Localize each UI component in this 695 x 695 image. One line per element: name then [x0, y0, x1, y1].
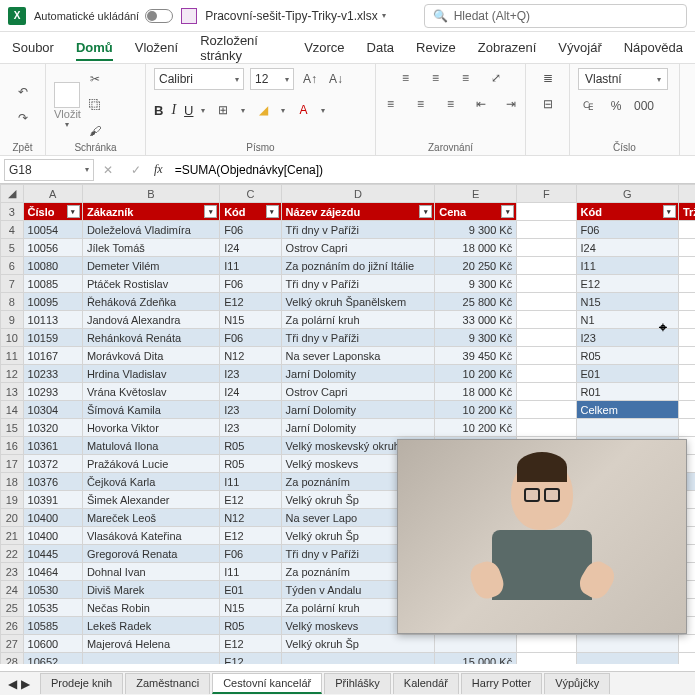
row-header[interactable]: 9 — [1, 311, 24, 329]
cell[interactable]: 9 300 Kč — [435, 275, 517, 293]
cell[interactable] — [678, 653, 695, 665]
cell[interactable]: Ostrov Capri — [281, 239, 435, 257]
redo-icon[interactable]: ↷ — [13, 108, 33, 128]
cell[interactable] — [517, 635, 576, 653]
cell[interactable]: E01 — [220, 581, 281, 599]
cell[interactable]: 10095 — [23, 293, 82, 311]
cell[interactable]: Vrána Květoslav — [82, 383, 219, 401]
cell[interactable] — [678, 293, 695, 311]
cell[interactable]: 10159 — [23, 329, 82, 347]
row-header[interactable]: 16 — [1, 437, 24, 455]
tab-vyvojar[interactable]: Vývojář — [558, 40, 601, 55]
row-header[interactable]: 6 — [1, 257, 24, 275]
cell[interactable]: Šímová Kamila — [82, 401, 219, 419]
merge-icon[interactable]: ⊟ — [538, 94, 558, 114]
cell[interactable]: E12 — [220, 653, 281, 665]
cut-icon[interactable]: ✂ — [85, 69, 105, 89]
indent-inc-icon[interactable]: ⇥ — [501, 94, 521, 114]
cell[interactable] — [517, 275, 576, 293]
select-all[interactable]: ◢ — [1, 185, 24, 203]
row-header[interactable]: 19 — [1, 491, 24, 509]
row-header[interactable]: 25 — [1, 599, 24, 617]
cell[interactable]: F06 — [220, 545, 281, 563]
row-header[interactable]: 27 — [1, 635, 24, 653]
sheet-next-icon[interactable]: ▶ — [21, 677, 30, 691]
cell[interactable]: I11 — [220, 473, 281, 491]
col-E[interactable]: E — [435, 185, 517, 203]
col-B[interactable]: B — [82, 185, 219, 203]
format-painter-icon[interactable]: 🖌 — [85, 121, 105, 141]
row-header[interactable]: 10 — [1, 329, 24, 347]
row-header[interactable]: 14 — [1, 401, 24, 419]
cell[interactable]: Dohnal Ivan — [82, 563, 219, 581]
fill-color-icon[interactable]: ◢ — [253, 100, 273, 120]
cell[interactable] — [678, 221, 695, 239]
cell[interactable]: 20 250 Kč — [435, 257, 517, 275]
cell[interactable]: N15 — [220, 311, 281, 329]
cell[interactable]: 9 300 Kč — [435, 221, 517, 239]
cell[interactable]: 10304 — [23, 401, 82, 419]
sheet-tab[interactable]: Cestovní kancelář — [212, 673, 322, 694]
cell[interactable]: Rehánková Renáta — [82, 329, 219, 347]
cell[interactable] — [517, 239, 576, 257]
cell[interactable]: Řeháková Zdeňka — [82, 293, 219, 311]
cell[interactable]: 10054 — [23, 221, 82, 239]
cell[interactable]: F06 — [576, 221, 678, 239]
cell[interactable]: N1 — [576, 311, 678, 329]
align-left-icon[interactable]: ≡ — [381, 94, 401, 114]
cell[interactable]: 10056 — [23, 239, 82, 257]
font-family-select[interactable]: Calibri▾ — [154, 68, 244, 90]
cell[interactable]: I24 — [220, 239, 281, 257]
cell[interactable]: E12 — [576, 275, 678, 293]
cell[interactable]: I23 — [220, 365, 281, 383]
sheet-tab[interactable]: Kalendář — [393, 673, 459, 694]
cell[interactable]: Čejková Karla — [82, 473, 219, 491]
cell[interactable]: Za polární kruh — [281, 311, 435, 329]
cell[interactable] — [517, 365, 576, 383]
col-G[interactable]: G — [576, 185, 678, 203]
indent-dec-icon[interactable]: ⇤ — [471, 94, 491, 114]
align-bottom-icon[interactable]: ≡ — [456, 68, 476, 88]
increase-font-icon[interactable]: A↑ — [300, 69, 320, 89]
cell[interactable] — [678, 365, 695, 383]
cell[interactable]: Ptáček Rostislav — [82, 275, 219, 293]
tab-vzorce[interactable]: Vzorce — [304, 40, 344, 55]
row-3[interactable]: 3 — [1, 203, 24, 221]
cell[interactable]: F06 — [220, 329, 281, 347]
cell[interactable] — [678, 383, 695, 401]
row-header[interactable]: 7 — [1, 275, 24, 293]
workbook-name[interactable]: Pracovní-sešit-Tipy-Triky-v1.xlsx ▾ — [205, 9, 385, 23]
cell[interactable]: 10530 — [23, 581, 82, 599]
cell[interactable]: Jarní Dolomity — [281, 365, 435, 383]
row-header[interactable]: 18 — [1, 473, 24, 491]
cell[interactable]: 10 200 Kč — [435, 365, 517, 383]
sheet-tab[interactable]: Zaměstnanci — [125, 673, 210, 694]
underline-button[interactable]: U — [184, 103, 193, 118]
cell[interactable]: Tři dny v Paříži — [281, 329, 435, 347]
borders-icon[interactable]: ⊞ — [213, 100, 233, 120]
cell[interactable]: N15 — [576, 293, 678, 311]
cell[interactable]: 10464 — [23, 563, 82, 581]
row-header[interactable]: 24 — [1, 581, 24, 599]
cell[interactable]: I23 — [220, 419, 281, 437]
cell[interactable] — [517, 293, 576, 311]
font-size-select[interactable]: 12▾ — [250, 68, 294, 90]
italic-button[interactable]: I — [171, 102, 176, 118]
cell[interactable]: E01 — [576, 365, 678, 383]
tab-soubor[interactable]: Soubor — [12, 40, 54, 55]
cell[interactable]: 10 200 Kč — [435, 401, 517, 419]
cell[interactable] — [678, 419, 695, 437]
cell[interactable]: 10535 — [23, 599, 82, 617]
row-header[interactable]: 23 — [1, 563, 24, 581]
fx-icon[interactable]: fx — [154, 162, 163, 177]
cell[interactable]: Velký okruh Šp — [281, 635, 435, 653]
cell[interactable]: E12 — [220, 635, 281, 653]
row-header[interactable]: 17 — [1, 455, 24, 473]
cell[interactable]: E12 — [220, 491, 281, 509]
cell[interactable]: Tři dny v Paříži — [281, 275, 435, 293]
cell[interactable] — [678, 401, 695, 419]
tab-zobrazeni[interactable]: Zobrazení — [478, 40, 537, 55]
cell[interactable]: Na sever Laponska — [281, 347, 435, 365]
cell[interactable]: Jílek Tomáš — [82, 239, 219, 257]
cell[interactable] — [517, 329, 576, 347]
